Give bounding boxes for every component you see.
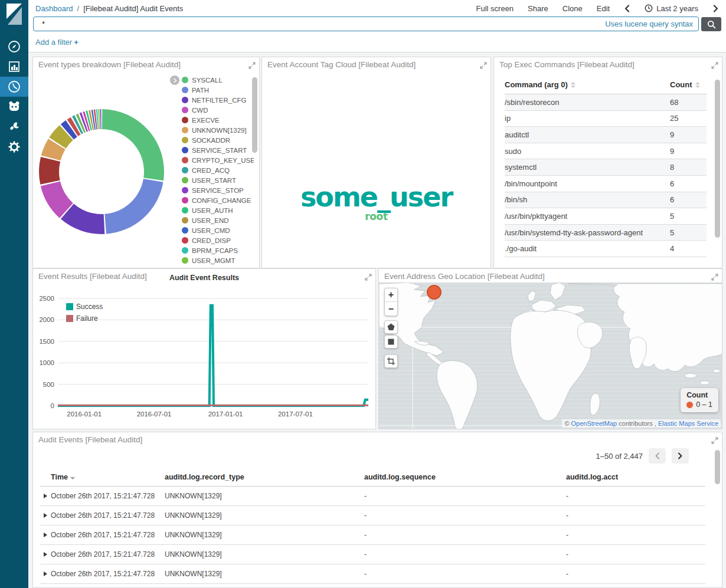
zoom-out-button[interactable]: − — [385, 302, 397, 316]
table-row[interactable]: October 26th 2017, 15:21:47.728UNKNOWN[1… — [40, 525, 705, 545]
donut-slice-path[interactable] — [104, 179, 163, 234]
legend-item[interactable]: EXECVE — [182, 115, 254, 125]
elastic-maps-link[interactable]: Elastic Maps Service — [658, 420, 718, 427]
table-scrollbar[interactable] — [715, 450, 720, 484]
time-forward-button[interactable] — [712, 5, 719, 12]
legend-color-dot — [182, 217, 188, 224]
legend-item[interactable]: CRED_DISP — [182, 235, 254, 245]
expand-row-caret[interactable] — [40, 513, 51, 518]
table-row[interactable]: /sbin/restorecon68 — [505, 94, 707, 111]
donut-chart[interactable] — [34, 104, 171, 241]
legend-item[interactable]: CWD — [182, 105, 254, 115]
table-row[interactable]: ip25 — [505, 111, 707, 127]
table-row[interactable]: /bin/sh6 — [505, 192, 707, 209]
record-type-cell: UNKNOWN[1329] — [165, 570, 364, 578]
prev-page-button[interactable] — [649, 448, 666, 464]
add-filter-button[interactable]: Add a filter+ — [35, 38, 79, 47]
legend-item[interactable]: USER_MGMT — [182, 255, 254, 265]
expand-row-caret[interactable] — [40, 494, 51, 498]
table-row[interactable]: sudo9 — [505, 143, 707, 160]
legend-item[interactable]: PATH — [182, 85, 254, 95]
series-success[interactable] — [58, 306, 368, 406]
openstreetmap-link[interactable]: OpenStreetMap — [571, 420, 617, 427]
zoom-in-button[interactable]: + — [385, 288, 397, 302]
legend-toggle-button[interactable] — [170, 75, 179, 85]
tag-root[interactable]: root — [365, 212, 387, 222]
legend-item[interactable]: UNKNOWN[1329] — [182, 125, 254, 135]
expand-row-caret[interactable] — [40, 533, 51, 537]
legend-item-success[interactable]: Success — [66, 301, 103, 313]
legend-item[interactable]: USER_END — [182, 215, 254, 225]
plus-icon: + — [74, 38, 79, 47]
time-picker[interactable]: Last 2 years — [645, 4, 698, 13]
legend-item[interactable]: BPRM_FCAPS — [182, 245, 254, 255]
legend-item[interactable]: CONFIG_CHANGE — [182, 195, 254, 205]
expand-row-caret[interactable] — [40, 571, 51, 576]
table-row[interactable]: October 26th 2017, 15:21:47.728UNKNOWN[1… — [40, 487, 705, 506]
expand-panel-icon[interactable] — [248, 61, 256, 71]
expand-panel-icon[interactable] — [711, 272, 718, 283]
clone-button[interactable]: Clone — [563, 4, 583, 13]
column-header-record-type[interactable]: auditd.log.record_type — [165, 473, 364, 481]
legend-item[interactable]: SERVICE_STOP — [182, 185, 254, 195]
edit-button[interactable]: Edit — [597, 4, 610, 13]
sidebar-item-dashboard[interactable] — [0, 77, 28, 97]
sidebar-item-devtools[interactable] — [0, 117, 28, 137]
legend-item[interactable]: SYSCALL — [182, 75, 254, 85]
search-input[interactable] — [33, 17, 699, 31]
legend-item[interactable]: USER_START — [182, 175, 254, 185]
legend-item[interactable]: USER_AUTH — [182, 205, 254, 215]
legend-scrollbar[interactable] — [252, 77, 257, 153]
expand-panel-icon[interactable] — [711, 436, 718, 446]
time-back-button[interactable] — [624, 5, 630, 12]
expand-panel-icon[interactable] — [711, 61, 718, 71]
full-screen-button[interactable]: Full screen — [476, 4, 514, 13]
lucene-syntax-link[interactable]: Uses lucene query syntax — [605, 19, 693, 28]
world-map[interactable]: + − Count 0 – 1 © OpenStreetMap contribu… — [379, 282, 722, 429]
table-row[interactable]: October 26th 2017, 15:21:47.728UNKNOWN[1… — [40, 564, 705, 584]
legend-item[interactable]: USER_CMD — [182, 225, 254, 235]
donut-slice-crypto_session[interactable] — [100, 109, 102, 129]
geo-point-marker[interactable] — [427, 285, 442, 300]
kibana-logo[interactable] — [0, 0, 28, 28]
donut-slice-syscall[interactable] — [102, 109, 164, 180]
draw-rectangle-button[interactable] — [384, 335, 398, 349]
expand-panel-icon[interactable] — [480, 61, 487, 71]
tag-some_user[interactable]: some_user — [300, 183, 452, 211]
legend-item[interactable]: CRYPTO_KEY_USER — [182, 155, 254, 165]
legend-item[interactable]: CRYPTO_SESSION — [182, 265, 254, 267]
search-button[interactable] — [701, 17, 721, 31]
table-row[interactable]: auditctl9 — [505, 127, 707, 143]
sidebar-item-discover[interactable] — [0, 37, 28, 57]
legend-item-failure[interactable]: Failure — [66, 313, 103, 324]
table-row[interactable]: October 26th 2017, 15:21:47.728UNKNOWN[1… — [40, 584, 705, 588]
sidebar-item-management[interactable] — [0, 137, 28, 157]
expand-row-caret[interactable] — [40, 552, 51, 557]
draw-polygon-button[interactable] — [384, 320, 398, 334]
table-row[interactable]: systemctl8 — [505, 159, 707, 176]
sidebar-item-visualize[interactable] — [0, 57, 28, 77]
sidebar-item-timelion[interactable] — [0, 97, 28, 117]
column-header-sequence[interactable]: auditd.log.sequence — [364, 473, 566, 481]
column-header-command[interactable]: Command (arg 0) — [505, 80, 670, 89]
share-button[interactable]: Share — [528, 4, 548, 13]
table-row[interactable]: ./go-audit4 — [505, 241, 707, 257]
column-header-time[interactable]: Time — [51, 473, 165, 481]
column-header-count[interactable]: Count — [670, 80, 707, 89]
crop-button[interactable] — [384, 354, 398, 368]
legend-item[interactable]: CRED_ACQ — [182, 165, 254, 175]
next-page-button[interactable] — [672, 448, 689, 464]
table-row[interactable]: /bin/mountpoint6 — [505, 176, 707, 192]
legend-item[interactable]: NETFILTER_CFG — [182, 95, 254, 105]
table-row[interactable]: October 26th 2017, 15:21:47.728UNKNOWN[1… — [40, 506, 705, 525]
legend-item[interactable]: SOCKADDR — [182, 135, 254, 145]
svg-text:2016-01-01: 2016-01-01 — [67, 410, 102, 418]
donut-slice-execve[interactable] — [39, 157, 60, 185]
table-row[interactable]: /usr/bin/pkttyagent5 — [505, 208, 707, 225]
table-row[interactable]: /usr/bin/systemd-tty-ask-password-agent5 — [505, 225, 707, 241]
table-scrollbar[interactable] — [715, 80, 720, 238]
table-row[interactable]: October 26th 2017, 15:21:47.728UNKNOWN[1… — [40, 545, 705, 564]
breadcrumb-dashboard-link[interactable]: Dashboard — [35, 4, 73, 13]
column-header-acct[interactable]: auditd.log.acct — [566, 473, 705, 481]
legend-item[interactable]: SERVICE_START — [182, 145, 254, 155]
